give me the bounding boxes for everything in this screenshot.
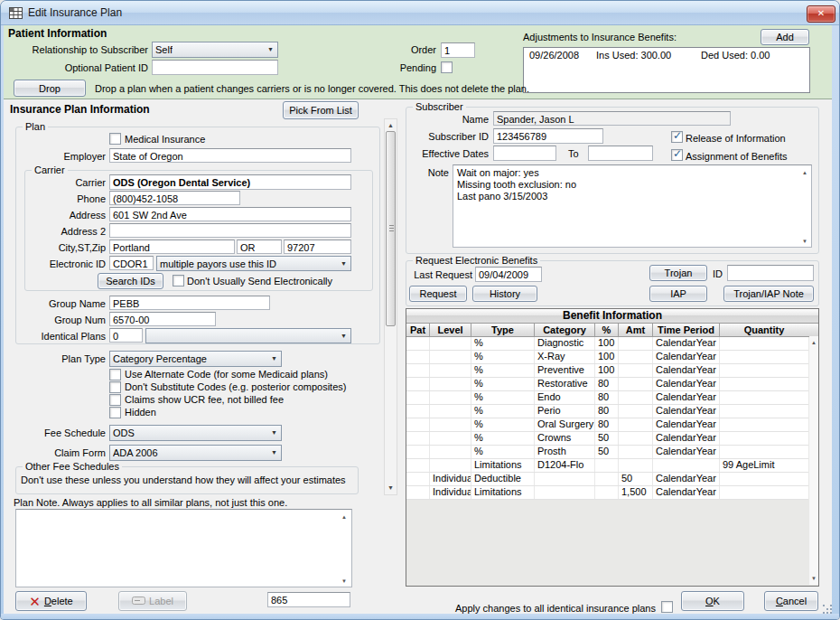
payor-select[interactable]: multiple payors use this ID▼	[156, 256, 351, 271]
benefit-row[interactable]: Individual Limitations 1,500 CalendarYea…	[406, 486, 808, 500]
close-icon[interactable]: ✕	[807, 5, 835, 23]
label-icon	[132, 596, 145, 606]
group-num-input[interactable]: 6570-00	[109, 312, 216, 326]
col-type[interactable]: Type	[471, 324, 535, 336]
trojan-id-input[interactable]	[727, 265, 814, 281]
electronic-id-label: Electronic ID	[8, 258, 106, 270]
plan-option[interactable]: Use Alternate Code (for some Medicaid pl…	[109, 368, 371, 380]
search-ids-button[interactable]: Search IDs	[98, 273, 163, 289]
history-button[interactable]: History	[472, 286, 537, 302]
pending-checkbox[interactable]: ✓	[441, 61, 453, 73]
carrier-input[interactable]: ODS (Oregon Dental Service)	[109, 174, 351, 190]
effective-from-input[interactable]	[493, 146, 556, 161]
scroll-up-icon[interactable]: ▲	[811, 339, 817, 346]
col-category[interactable]: Category	[535, 324, 595, 336]
plan-option[interactable]: Claims show UCR fee, not billed fee	[109, 393, 371, 406]
last-request-input[interactable]: 09/04/2009	[475, 267, 542, 282]
adjustments-list[interactable]: 09/26/2008 Ins Used: 300.00 Ded Used: 0.…	[523, 47, 810, 93]
state-input[interactable]: OR	[237, 240, 282, 254]
iap-button[interactable]: IAP	[649, 286, 707, 302]
phone-input[interactable]: (800)452-1058	[109, 191, 240, 205]
delete-button[interactable]: ✕ Delete	[15, 591, 87, 611]
benefit-row[interactable]: % Crowns 50 CalendarYear	[406, 432, 808, 446]
group-name-input[interactable]: PEBB	[109, 296, 270, 310]
benefit-row[interactable]: % Prosth 50 CalendarYear	[406, 446, 808, 459]
subscriber-id-input[interactable]: 123456789	[493, 128, 603, 144]
claim-form-select[interactable]: ADA 2006▼	[109, 445, 282, 461]
plan-num-input[interactable]: 865	[267, 592, 350, 607]
relationship-select[interactable]: Self▼	[152, 42, 278, 58]
plan-option-checkbox[interactable]	[109, 407, 121, 418]
plan-option-label: Don't Substitute Codes (e.g. posterior c…	[125, 381, 346, 392]
benefit-row[interactable]: Individual Deductible 50 CalendarYear	[406, 473, 808, 486]
optional-patient-id-input[interactable]	[152, 60, 278, 75]
benefit-row[interactable]: % Diagnostic 100 CalendarYear	[406, 337, 808, 351]
scroll-up-icon[interactable]: ▲	[802, 169, 807, 176]
release-of-information-checkbox[interactable]: ✓	[671, 131, 683, 143]
col-percent[interactable]: %	[595, 324, 619, 336]
adjustment-entry[interactable]: 09/26/2008 Ins Used: 300.00 Ded Used: 0.…	[524, 48, 809, 61]
trojan-iap-note-button[interactable]: Trojan/IAP Note	[723, 286, 814, 302]
col-pat[interactable]: Pat	[406, 324, 430, 336]
plan-option[interactable]: Don't Substitute Codes (e.g. posterior c…	[109, 380, 371, 393]
assignment-of-benefits-checkbox[interactable]: ✓	[671, 149, 683, 161]
col-quantity[interactable]: Quantity	[720, 324, 808, 336]
benefit-row[interactable]: % Oral Surgery 80 CalendarYear	[406, 418, 808, 432]
title-bar[interactable]: Edit Insurance Plan ✕	[1, 1, 839, 25]
benefit-row[interactable]: % Perio 80 CalendarYear	[406, 405, 808, 418]
scroll-down-icon[interactable]: ▼	[811, 575, 817, 582]
scroll-down-icon[interactable]: ▼	[385, 484, 397, 493]
effective-dates-label: Effective Dates	[398, 148, 489, 160]
fee-schedule-select[interactable]: ODS▼	[109, 425, 282, 441]
scroll-down-icon[interactable]: ▼	[341, 578, 347, 585]
effective-to-input[interactable]	[588, 146, 653, 161]
trojan-button[interactable]: Trojan	[649, 265, 707, 281]
plan-groupbox-label: Plan	[23, 121, 48, 132]
plan-option-checkbox[interactable]	[109, 369, 121, 380]
window-border-right	[832, 24, 840, 614]
identical-plans-select[interactable]: ▼	[145, 328, 351, 343]
chevron-down-icon: ▼	[271, 446, 277, 459]
address2-input[interactable]	[109, 223, 351, 238]
plan-option-checkbox[interactable]	[109, 394, 121, 406]
scroll-up-icon[interactable]: ▲	[341, 513, 347, 521]
address-input[interactable]: 601 SW 2nd Ave	[109, 207, 351, 221]
zip-input[interactable]: 97207	[284, 240, 351, 254]
benefit-row[interactable]: Limitations D1204-Flo 99 AgeLimit	[406, 459, 808, 473]
resize-grip[interactable]	[823, 605, 825, 606]
ok-button[interactable]: OK	[681, 591, 744, 611]
plan-option-checkbox[interactable]	[109, 381, 121, 393]
benefit-table-scrollbar[interactable]: ▲ ▼	[809, 336, 818, 585]
benefit-row[interactable]: % Preventive 100 CalendarYear	[406, 364, 808, 378]
plan-option-list: Use Alternate Code (for some Medicaid pl…	[109, 368, 371, 418]
scroll-up-icon[interactable]: ▲	[385, 121, 397, 130]
electronic-id-input[interactable]: CDOR1	[109, 256, 154, 270]
col-level[interactable]: Level	[430, 324, 471, 336]
drop-button[interactable]: Drop	[14, 80, 86, 97]
plan-type-select[interactable]: Category Percentage▼	[109, 351, 282, 367]
order-input[interactable]: 1	[441, 42, 475, 58]
request-button[interactable]: Request	[409, 286, 467, 302]
apply-identical-checkbox[interactable]: ✓	[661, 601, 673, 613]
dont-send-electronically-checkbox[interactable]: ✓	[173, 275, 184, 287]
col-amt[interactable]: Amt	[619, 324, 653, 336]
benefit-row[interactable]: % Endo 80 CalendarYear	[406, 391, 808, 405]
medical-insurance-checkbox[interactable]: ✓	[109, 133, 121, 145]
trojan-id-label: ID	[713, 268, 723, 280]
subscriber-note-textarea[interactable]: Wait on major: yes Missing tooth exclusi…	[453, 164, 812, 248]
subscriber-groupbox-label: Subscriber	[413, 101, 466, 112]
plan-option[interactable]: Hidden	[109, 406, 371, 418]
label-button[interactable]: Label	[118, 591, 187, 611]
employer-input[interactable]: State of Oregon	[109, 148, 351, 163]
add-button[interactable]: Add	[761, 29, 809, 45]
benefit-row[interactable]: % X-Ray 100 CalendarYear	[406, 351, 808, 364]
scrollbar-thumb[interactable]	[386, 131, 396, 326]
col-time-period[interactable]: Time Period	[653, 324, 720, 336]
pick-from-list-button[interactable]: Pick From List	[283, 101, 359, 119]
identical-plans-input[interactable]: 0	[109, 328, 143, 343]
cancel-button[interactable]: Cancel	[764, 591, 818, 611]
benefit-row[interactable]: % Restorative 80 CalendarYear	[406, 378, 808, 391]
city-input[interactable]: Portland	[109, 240, 235, 254]
plan-note-textarea[interactable]	[15, 509, 352, 587]
scroll-down-icon[interactable]: ▼	[802, 238, 807, 245]
